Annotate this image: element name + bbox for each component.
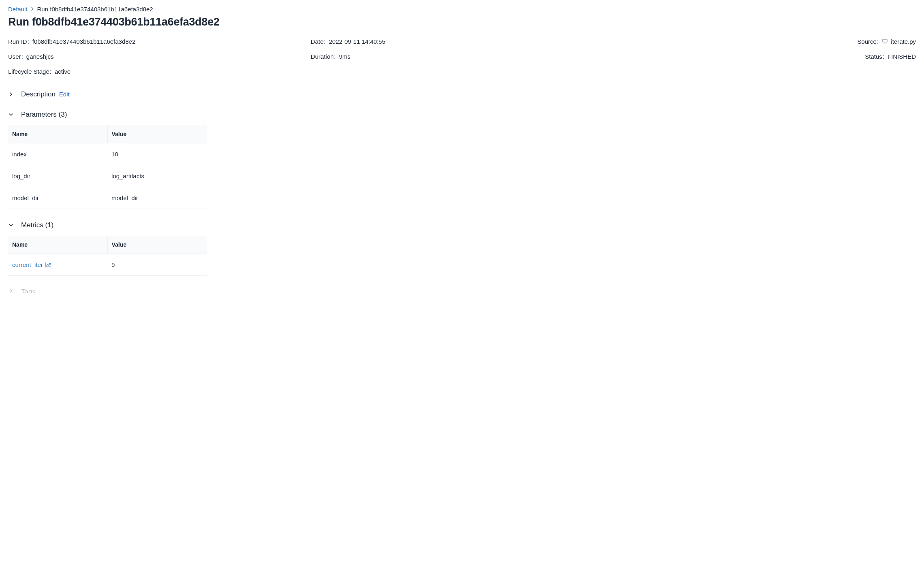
breadcrumb-root-link[interactable]: Default <box>8 6 28 13</box>
param-value: 10 <box>107 143 207 165</box>
meta-run-id-label: Run ID <box>8 38 29 45</box>
section-tags-header[interactable]: Tags <box>8 288 916 293</box>
meta-user: User ganeshjcs <box>8 53 311 60</box>
param-name: model_dir <box>8 187 107 209</box>
param-name: log_dir <box>8 165 107 187</box>
section-parameters-header[interactable]: Parameters (3) <box>8 111 916 119</box>
meta-run-id-value: f0b8dfb41e374403b61b11a6efa3d8e2 <box>32 38 135 45</box>
section-tags: Tags <box>8 288 916 293</box>
meta-status-label: Status <box>865 53 884 60</box>
meta-source-label: Source <box>857 38 879 45</box>
parameters-col-name: Name <box>8 125 107 143</box>
chevron-right-icon <box>31 6 34 12</box>
chevron-right-icon <box>8 92 14 97</box>
meta-lifecycle-label: Lifecycle Stage <box>8 68 51 75</box>
breadcrumb-current: Run f0b8dfb41e374403b61b11a6efa3d8e2 <box>37 6 153 13</box>
page-title: Run f0b8dfb41e374403b61b11a6efa3d8e2 <box>8 16 916 28</box>
metric-link[interactable]: current_iter <box>12 261 51 268</box>
metric-value: 9 <box>107 254 207 276</box>
param-value: model_dir <box>107 187 207 209</box>
chevron-down-icon <box>8 112 14 117</box>
table-row: model_dir model_dir <box>8 187 207 209</box>
parameters-table: Name Value index 10 log_dir log_artifact… <box>8 125 207 209</box>
meta-duration: Duration 9ms <box>311 53 614 60</box>
section-description-title: Description <box>21 90 56 98</box>
section-description-header[interactable]: Description Edit <box>8 90 916 98</box>
breadcrumb: Default Run f0b8dfb41e374403b61b11a6efa3… <box>8 6 916 13</box>
meta-lifecycle-value: active <box>55 68 71 75</box>
section-metrics-header[interactable]: Metrics (1) <box>8 221 916 229</box>
section-parameters-title: Parameters (3) <box>21 111 67 119</box>
metric-name-cell: current_iter <box>8 254 107 276</box>
table-row: log_dir log_artifacts <box>8 165 207 187</box>
svg-rect-0 <box>883 39 887 42</box>
section-parameters: Parameters (3) Name Value index 10 log_d… <box>8 111 916 209</box>
chart-line-icon <box>45 262 51 267</box>
meta-user-value: ganeshjcs <box>26 53 54 60</box>
chevron-down-icon <box>8 222 14 228</box>
meta-duration-value: 9ms <box>339 53 351 60</box>
meta-date-value: 2022-09-11 14:40:55 <box>329 38 385 45</box>
meta-date-label: Date <box>311 38 326 45</box>
table-row: current_iter 9 <box>8 254 207 276</box>
table-row: index 10 <box>8 143 207 165</box>
meta-source-text: iterate.py <box>891 38 916 45</box>
edit-description-link[interactable]: Edit <box>59 91 70 98</box>
section-metrics-title: Metrics (1) <box>21 221 53 229</box>
metrics-col-value: Value <box>107 236 207 254</box>
laptop-icon <box>882 39 888 44</box>
metrics-table: Name Value current_iter <box>8 236 207 276</box>
meta-source: Source iterate.py <box>857 38 916 45</box>
meta-status-value: FINISHED <box>888 53 916 60</box>
parameters-col-value: Value <box>107 125 207 143</box>
chevron-right-icon <box>8 288 14 293</box>
meta-source-value: iterate.py <box>882 38 916 45</box>
meta-date: Date 2022-09-11 14:40:55 <box>311 38 614 45</box>
meta-lifecycle: Lifecycle Stage active <box>8 68 311 75</box>
section-metrics: Metrics (1) Name Value current_iter <box>8 221 916 276</box>
meta-run-id: Run ID f0b8dfb41e374403b61b11a6efa3d8e2 <box>8 38 311 45</box>
meta-status: Status FINISHED <box>865 53 916 60</box>
param-name: index <box>8 143 107 165</box>
metrics-col-name: Name <box>8 236 107 254</box>
meta-duration-label: Duration <box>311 53 336 60</box>
meta-user-label: User <box>8 53 23 60</box>
param-value: log_artifacts <box>107 165 207 187</box>
section-tags-title: Tags <box>21 288 36 293</box>
metric-name: current_iter <box>12 261 43 268</box>
section-description: Description Edit <box>8 90 916 98</box>
meta-grid: Run ID f0b8dfb41e374403b61b11a6efa3d8e2 … <box>8 38 916 75</box>
